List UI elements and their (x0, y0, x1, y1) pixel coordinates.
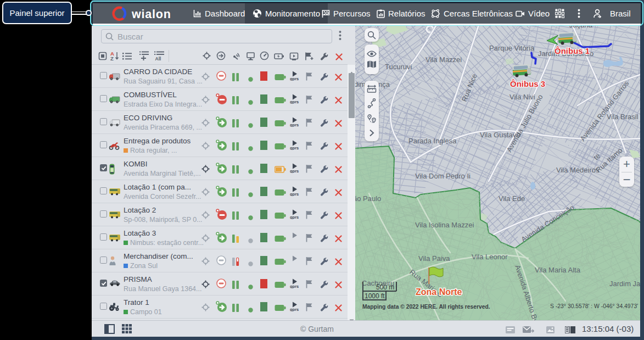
svg-text:Vila Nivi: Vila Nivi (509, 93, 535, 101)
svg-text:Mapping data © 2022 HERE. All: Mapping data © 2022 HERE. All rights res… (362, 304, 490, 310)
svg-text:Vila Dom Pedro Ii: Vila Dom Pedro Ii (415, 172, 471, 180)
svg-text:Vila Brasil: Vila Brasil (607, 113, 639, 121)
svg-text:Tucuruvi: Tucuruvi (385, 63, 412, 71)
svg-text:Parque Vitória: Parque Vitória (489, 44, 535, 52)
svg-text:Ônibus 1: Ônibus 1 (555, 46, 590, 55)
svg-text:Jardim Japão: Jardim Japão (609, 280, 640, 288)
svg-text:S -23° 30.5578' : W -046° 34.4: S -23° 30.5578' : W -046° 34.4973' (550, 303, 638, 309)
svg-text:500 m: 500 m (376, 283, 394, 291)
svg-text:Vila Mazzei: Vila Mazzei (425, 55, 462, 64)
svg-text:gprs: gprs (290, 99, 299, 104)
svg-text:gprs: gprs (290, 307, 299, 312)
svg-text:ão Paulo: ão Paulo (355, 194, 381, 203)
svg-text:gprs: gprs (290, 284, 299, 289)
svg-text:Zona Norte: Zona Norte (416, 287, 462, 297)
svg-text:gprs: gprs (290, 192, 299, 197)
svg-text:gprs: gprs (290, 215, 299, 220)
svg-text:1000 ft: 1000 ft (365, 292, 385, 300)
svg-text:Vila Maria Alta: Vila Maria Alta (535, 266, 581, 274)
svg-text:gprs: gprs (290, 76, 299, 81)
svg-text:gprs: gprs (290, 122, 299, 127)
svg-text:gprs: gprs (290, 146, 299, 151)
svg-text:Vila Isolina Mazzei: Vila Isolina Mazzei (415, 221, 474, 229)
svg-text:Vila Paiva: Vila Paiva (418, 254, 450, 263)
svg-text:Vila Ede: Vila Ede (499, 194, 525, 203)
svg-text:Parada Inglesa: Parada Inglesa (408, 137, 457, 145)
svg-text:Vila Medeiros: Vila Medeiros (556, 166, 600, 174)
svg-text:Vila Leonor: Vila Leonor (472, 253, 508, 261)
svg-text:gprs: gprs (290, 169, 299, 174)
svg-text:Ônibus 3: Ônibus 3 (510, 79, 545, 88)
